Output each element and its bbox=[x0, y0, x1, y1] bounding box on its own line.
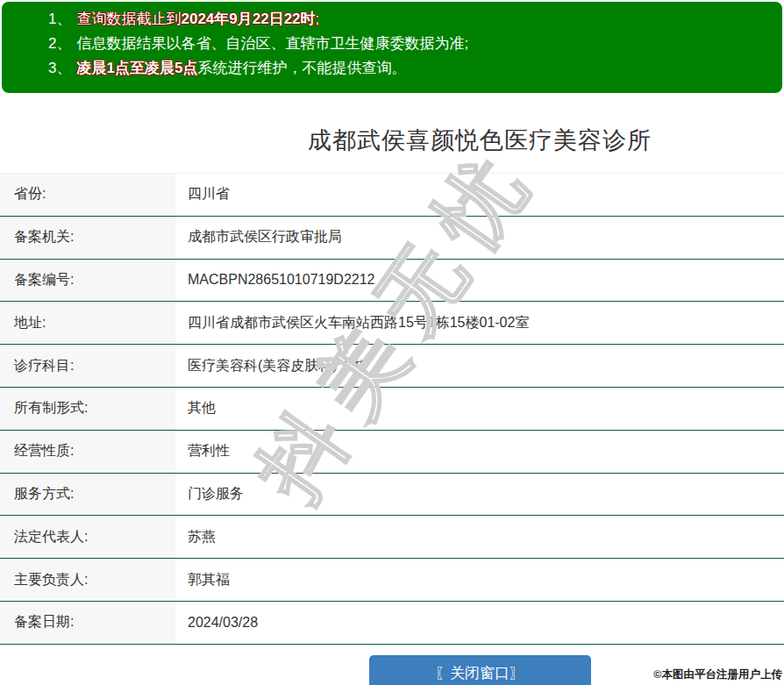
row-label: 所有制形式: bbox=[0, 388, 175, 430]
row-label: 备案编号: bbox=[0, 260, 175, 302]
row-value: MACBPN28651010719D2212 bbox=[175, 260, 784, 302]
table-row: 备案日期:2024/03/28 bbox=[0, 602, 784, 645]
row-value: 成都市武侯区行政审批局 bbox=[175, 217, 784, 259]
table-row: 法定代表人:苏燕 bbox=[0, 516, 784, 559]
row-label: 省份: bbox=[0, 174, 175, 216]
notice-text-segment: ; bbox=[316, 11, 320, 27]
notice-number: 1、 bbox=[48, 11, 71, 27]
table-row: 经营性质:营利性 bbox=[0, 431, 784, 474]
table-row: 备案机关:成都市武侯区行政审批局 bbox=[0, 217, 784, 260]
row-label: 服务方式: bbox=[0, 474, 175, 516]
table-row: 省份:四川省 bbox=[0, 174, 784, 217]
info-table: 省份:四川省备案机关:成都市武侯区行政审批局备案编号:MACBPN2865101… bbox=[0, 173, 784, 645]
notice-list: 1、查询数据截止到2024年9月22日22时;2、信息数据结果以各省、自治区、直… bbox=[48, 7, 773, 81]
row-label: 主要负责人: bbox=[0, 559, 175, 601]
row-label: 诊疗科目: bbox=[0, 345, 175, 387]
page-title: 成都武侯喜颜悦色医疗美容诊所 bbox=[175, 125, 784, 156]
notice-number: 3、 bbox=[48, 60, 71, 76]
row-value: 2024/03/28 bbox=[175, 602, 784, 644]
notice-line: 2、信息数据结果以各省、自治区、直辖市卫生健康委数据为准; bbox=[48, 32, 773, 56]
table-row: 所有制形式:其他 bbox=[0, 388, 784, 431]
notice-number: 2、 bbox=[48, 35, 71, 52]
notice-text-segment: 2024年9月22日22时 bbox=[181, 11, 315, 27]
notice-text-segment: 信息数据结果以各省、自治区、直辖市卫生健康委数据为准; bbox=[76, 35, 468, 52]
row-value: 医疗美容科(美容皮肤科)****** bbox=[175, 345, 784, 387]
notice-line: 3、凌晨1点至凌晨5点系统进行维护，不能提供查询。 bbox=[48, 56, 773, 81]
close-window-button[interactable]: 〖关闭窗口〗 bbox=[369, 655, 591, 685]
table-row: 诊疗科目:医疗美容科(美容皮肤科)****** bbox=[0, 345, 784, 388]
row-value: 苏燕 bbox=[175, 516, 784, 558]
row-label: 备案机关: bbox=[0, 217, 175, 259]
notice-text-segment: 查询数据截止到 bbox=[76, 11, 181, 27]
table-row: 主要负责人:郭其福 bbox=[0, 559, 784, 602]
row-value: 营利性 bbox=[175, 431, 784, 473]
notice-line: 1、查询数据截止到2024年9月22日22时; bbox=[48, 7, 773, 32]
row-value: 其他 bbox=[175, 388, 784, 430]
notice-box: 1、查询数据截止到2024年9月22日22时;2、信息数据结果以各省、自治区、直… bbox=[2, 2, 782, 93]
row-label: 备案日期: bbox=[0, 602, 175, 644]
row-value: 门诊服务 bbox=[175, 474, 784, 516]
notice-text-segment: 凌晨1点至凌晨5点 bbox=[76, 60, 197, 76]
notice-text-segment: 系统进行维护，不能提供查询。 bbox=[197, 60, 406, 76]
row-value: 四川省 bbox=[175, 174, 784, 216]
table-row: 备案编号:MACBPN28651010719D2212 bbox=[0, 260, 784, 303]
row-value: 郭其福 bbox=[175, 559, 784, 601]
footer-copyright-note: ©本图由平台注册用户上传 bbox=[653, 667, 782, 682]
row-value: 四川省成都市武侯区火车南站西路15号1栋15楼01-02室 bbox=[175, 302, 784, 344]
table-row: 地址:四川省成都市武侯区火车南站西路15号1栋15楼01-02室 bbox=[0, 302, 784, 345]
row-label: 地址: bbox=[0, 302, 175, 344]
table-row: 服务方式:门诊服务 bbox=[0, 474, 784, 517]
row-label: 经营性质: bbox=[0, 431, 175, 473]
row-label: 法定代表人: bbox=[0, 516, 175, 558]
